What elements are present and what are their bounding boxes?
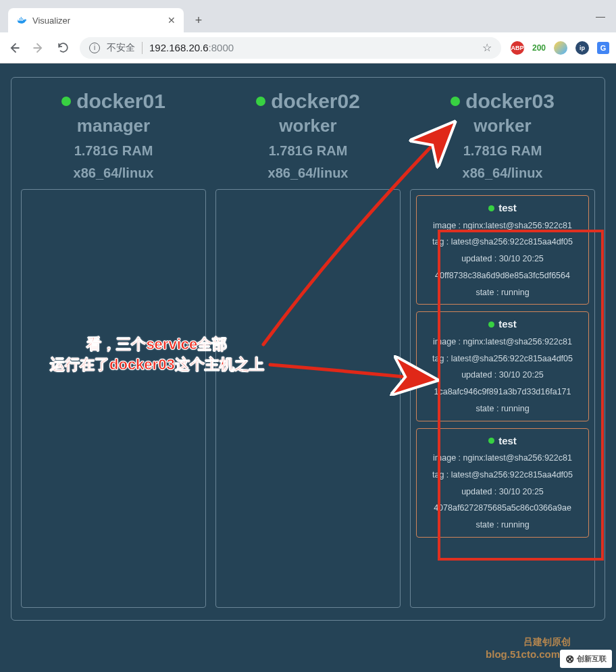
node-arch: x86_64/linux <box>256 165 360 181</box>
node-name: docker03 <box>465 90 555 113</box>
node-tasks-container <box>21 189 206 608</box>
status-dot-icon <box>488 321 494 328</box>
browser-tab-strip: Visualizer ✕ + — <box>0 0 616 32</box>
docker-whale-icon <box>16 15 27 26</box>
node-name: docker02 <box>271 90 360 113</box>
google-extension-icon[interactable]: G <box>597 42 609 54</box>
node-ram: 1.781G RAM <box>451 143 555 159</box>
task-tag: tag : latest@sha256:922c815aa4df05 <box>421 355 584 364</box>
node-tasks-container: test image : nginx:latest@sha256:922c81 … <box>410 189 595 608</box>
address-bar[interactable]: i 不安全 192.168.20.6:8000 ☆ <box>80 37 501 59</box>
watermark-author: 吕建钊原创 <box>486 636 608 648</box>
task-image: image : nginx:latest@sha256:922c81 <box>421 222 584 231</box>
footer-logo: ⊗ 创新互联 <box>560 650 612 668</box>
node-role: manager <box>61 115 165 136</box>
status-dot-icon <box>451 97 460 106</box>
tab-title: Visualizer <box>32 16 162 26</box>
node-arch: x86_64/linux <box>61 165 165 181</box>
status-dot-icon <box>488 205 494 211</box>
abp-extension-icon[interactable]: ABP <box>511 41 524 55</box>
task-service-name: test <box>498 319 517 330</box>
task-card[interactable]: test image : nginx:latest@sha256:922c81 … <box>416 311 589 421</box>
insecure-label: 不安全 <box>107 42 143 54</box>
new-tab-button[interactable]: + <box>189 11 208 30</box>
task-state: state : running <box>421 288 584 298</box>
browser-toolbar: i 不安全 192.168.20.6:8000 ☆ ABP 200 ip G <box>0 32 616 63</box>
node-role: worker <box>451 115 555 136</box>
forward-button[interactable] <box>31 41 46 55</box>
task-updated: updated : 30/10 20:25 <box>421 488 584 497</box>
node-role: worker <box>256 115 360 136</box>
node-arch: x86_64/linux <box>451 165 555 181</box>
task-id: 40ff8738c38a6d9d8e85a3fc5df6564 <box>421 272 584 281</box>
task-updated: updated : 30/10 20:25 <box>421 371 584 380</box>
task-state: state : running <box>421 405 584 414</box>
task-tag: tag : latest@sha256:922c815aa4df05 <box>421 238 584 247</box>
footer-logo-text: 创新互联 <box>577 654 607 664</box>
node-tasks-container <box>215 189 401 608</box>
node-ram: 1.781G RAM <box>256 143 360 159</box>
minimize-icon[interactable]: — <box>596 11 605 22</box>
count-extension-icon[interactable]: 200 <box>532 43 546 53</box>
back-button[interactable] <box>7 41 22 55</box>
node-docker03: docker03 worker 1.781G RAM x86_64/linux … <box>410 90 595 608</box>
status-dot-icon <box>488 438 494 444</box>
annotation-text: 看，三个service全部 运行在了docker03这个主机之上 <box>50 334 264 374</box>
reload-button[interactable] <box>55 41 70 55</box>
ip-extension-icon[interactable]: ip <box>575 41 589 55</box>
status-dot-icon <box>256 97 265 106</box>
logo-icon: ⊗ <box>565 652 574 665</box>
task-image: image : nginx:latest@sha256:922c81 <box>421 454 584 463</box>
close-icon[interactable]: ✕ <box>168 15 176 26</box>
task-service-name: test <box>498 436 517 447</box>
browser-tab-active[interactable]: Visualizer ✕ <box>8 8 184 32</box>
task-card[interactable]: test image : nginx:latest@sha256:922c81 … <box>416 195 589 305</box>
url-text: 192.168.20.6:8000 <box>149 42 234 53</box>
node-name: docker01 <box>76 90 165 113</box>
site-info-icon[interactable]: i <box>89 43 100 53</box>
extension-icons: ABP 200 ip G <box>511 41 609 55</box>
task-state: state : running <box>421 521 584 530</box>
task-id: 1ca8afc946c9f891a3b7d33d16fa171 <box>421 388 584 397</box>
status-dot-icon <box>61 97 71 106</box>
window-controls: — <box>596 11 616 32</box>
bookmark-star-icon[interactable]: ☆ <box>482 41 492 54</box>
task-service-name: test <box>498 203 517 214</box>
extension-icon-3[interactable] <box>554 41 567 55</box>
task-tag: tag : latest@sha256:922c815aa4df05 <box>421 471 584 480</box>
node-ram: 1.781G RAM <box>61 143 165 159</box>
task-image: image : nginx:latest@sha256:922c81 <box>421 338 584 347</box>
task-updated: updated : 30/10 20:25 <box>421 255 584 264</box>
task-card[interactable]: test image : nginx:latest@sha256:922c81 … <box>416 428 589 538</box>
task-id: 4078af6272875685a5c86c0366a9ae <box>421 504 584 513</box>
